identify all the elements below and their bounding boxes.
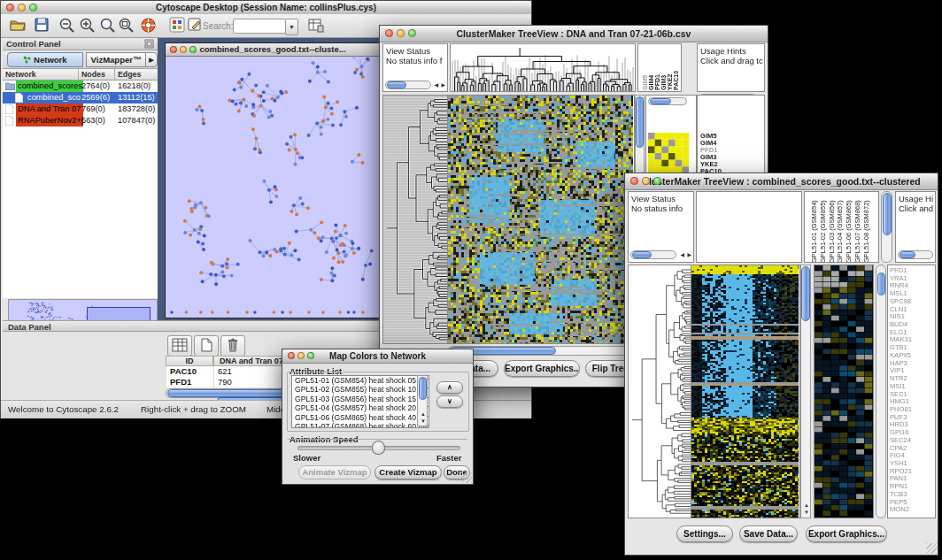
tv2-row-dendrogram[interactable]	[628, 265, 691, 518]
column-label[interactable]: PAC10	[673, 46, 679, 90]
search-dropdown-button[interactable]: ▼	[285, 19, 298, 35]
network-row-selected[interactable]: combined_sco 2569(6) 13112(15)	[3, 92, 158, 104]
move-down-button[interactable]: ∨	[436, 395, 463, 408]
column-label[interactable]: GPL51-07 (GSM868)	[853, 194, 862, 263]
zoom-button[interactable]	[408, 29, 416, 37]
close-button[interactable]	[288, 352, 295, 359]
data-col-id[interactable]: ID	[166, 356, 213, 366]
tv2-zoom-heatmap[interactable]	[814, 265, 874, 518]
attribute-item[interactable]: GPL51-03 (GSM856) heat shock 15 min	[292, 395, 429, 403]
column-label[interactable]: YKE2	[667, 46, 673, 90]
help-button[interactable]	[138, 17, 158, 35]
tab-network[interactable]: Network	[7, 52, 83, 67]
attribute-item[interactable]: GPL51-07 (GSM868) heat shock 60 min	[292, 422, 429, 428]
summary-hscrollbar[interactable]	[648, 97, 687, 105]
scrollbar-thumb[interactable]	[900, 251, 915, 258]
column-dendrogram-canvas[interactable]	[451, 44, 635, 91]
heatmap-canvas[interactable]	[691, 265, 799, 518]
new-attribute-button[interactable]	[194, 335, 219, 357]
tv2-gene-vscrollbar[interactable]	[876, 265, 886, 518]
attribute-list[interactable]: GPL51-01 (GSM854) heat shock 05 minGPL51…	[291, 375, 429, 428]
scrollbar-thumb[interactable]	[650, 98, 671, 104]
attribute-item[interactable]: GPL51-04 (GSM857) heat shock 20 min	[292, 403, 429, 412]
tab-overflow-button[interactable]: ▶	[145, 52, 158, 67]
scroll-left-icon[interactable]: ◀	[434, 81, 438, 88]
attribute-item[interactable]: GPL51-02 (GSM855) heat shock 10 min	[292, 385, 429, 394]
view-status-hscrollbar[interactable]	[385, 81, 431, 89]
scroll-right-icon[interactable]: ▶	[687, 251, 691, 258]
scroll-right-icon[interactable]: ▶	[441, 81, 445, 88]
zoom-button[interactable]	[29, 4, 37, 12]
column-label[interactable]: GIM5	[642, 46, 648, 90]
column-label[interactable]: GIM4	[648, 46, 654, 90]
vizmapper-quick-button[interactable]	[167, 17, 187, 35]
close-button[interactable]	[6, 4, 14, 12]
column-label[interactable]: GIM3	[660, 46, 667, 90]
tv2-column-dendrogram-area[interactable]	[696, 191, 802, 263]
column-label[interactable]: GPL51-02 (GSM855)	[819, 194, 828, 263]
zoom-out-button[interactable]	[57, 17, 76, 35]
column-label[interactable]: GPL51-08 (GSM872)	[862, 194, 871, 263]
scrollbar-thumb[interactable]	[636, 96, 644, 148]
open-session-button[interactable]	[8, 17, 27, 35]
col-header-nodes[interactable]: Nodes	[79, 69, 115, 81]
col-header-network[interactable]: Network	[3, 69, 79, 81]
move-up-button[interactable]: ∧	[436, 381, 463, 394]
col-header-edges[interactable]: Edges	[115, 69, 158, 81]
network-row-combined-scores[interactable]: combined_scores 2764(0) 16218(0)	[3, 81, 158, 92]
heatmap-canvas[interactable]	[448, 96, 633, 343]
tv1-hscrollbar[interactable]	[448, 346, 635, 356]
view-status-hscrollbar[interactable]	[630, 250, 676, 259]
zoom-in-button[interactable]	[77, 17, 97, 35]
scroll-left-icon[interactable]: ◀	[680, 251, 684, 258]
export-graphics-button[interactable]: Export Graphics...	[806, 525, 887, 542]
minimize-button[interactable]	[297, 352, 305, 359]
network-view-1-titlebar[interactable]: combined_scores_good.txt--cluste...	[166, 43, 380, 57]
export-graphics-button[interactable]: Export Graphics...	[504, 360, 580, 377]
tv1-column-dendrogram[interactable]	[450, 43, 636, 92]
scroll-up-icon[interactable]: ▲	[421, 410, 426, 418]
tv1-heatmap[interactable]	[448, 95, 635, 344]
column-label[interactable]: GPL51-06 (GSM865)	[845, 194, 853, 263]
treeview2-titlebar[interactable]: ClusterMaker TreeView : combined_scores_…	[625, 173, 938, 190]
scrollbar-thumb[interactable]	[877, 272, 885, 295]
minimize-button[interactable]	[397, 29, 405, 37]
attribute-editor-button[interactable]	[306, 17, 326, 35]
close-button[interactable]	[630, 177, 638, 185]
tv2-vscrollbar[interactable]: ▲ ▼	[800, 265, 811, 518]
save-data-button[interactable]: Save Data...	[739, 525, 798, 542]
delete-attribute-button[interactable]	[220, 335, 245, 357]
scrollbar-thumb[interactable]	[883, 193, 892, 235]
row-dendrogram-canvas[interactable]	[383, 96, 447, 343]
data-cell-id[interactable]: PAC10	[166, 366, 213, 377]
minimize-button[interactable]	[180, 46, 187, 53]
animation-slider-thumb[interactable]	[372, 441, 385, 455]
network-row-dna-tran[interactable]: DNA and Tran 07 769(0) 183728(0)	[3, 104, 158, 115]
row-dendrogram-canvas[interactable]	[629, 265, 691, 518]
close-button[interactable]	[385, 29, 393, 37]
attribute-item[interactable]: GPL51-06 (GSM865) heat shock 40 min	[292, 413, 429, 422]
float-panel-icon[interactable]	[144, 39, 154, 51]
scroll-up-icon[interactable]: ▲	[804, 502, 809, 509]
network-row-rnapuber[interactable]: RNAPuberNov2+| 563(0) 107847(0)	[3, 115, 158, 127]
attribute-list-vscrollbar[interactable]: ▲ ▼	[417, 375, 428, 426]
hints-hscrollbar[interactable]	[898, 250, 933, 259]
scrollbar-thumb[interactable]	[387, 81, 406, 88]
attribute-item[interactable]: GPL51-01 (GSM854) heat shock 05 min	[292, 376, 429, 385]
tv1-row-dendrogram[interactable]	[382, 95, 448, 344]
summary-matrix-canvas[interactable]	[648, 133, 689, 173]
dialog-titlebar[interactable]: Map Colors to Network	[282, 349, 473, 364]
zoom-heatmap-canvas[interactable]	[815, 265, 873, 518]
scrollbar-thumb[interactable]	[801, 266, 810, 321]
search-input[interactable]	[233, 19, 286, 34]
network-view-window-1[interactable]: combined_scores_good.txt--cluste...	[165, 42, 381, 318]
minimize-button[interactable]	[18, 4, 26, 12]
minimize-button[interactable]	[642, 177, 650, 185]
cytoscape-titlebar[interactable]: Cytoscape Desktop (Session Name: collins…	[1, 1, 531, 15]
save-session-button[interactable]	[32, 17, 51, 35]
zoom-button[interactable]	[653, 177, 661, 185]
select-attributes-button[interactable]	[167, 335, 192, 357]
settings-button[interactable]: Settings...	[676, 525, 733, 542]
gene-label[interactable]: MON2	[890, 506, 935, 514]
create-vizmap-button[interactable]: Create Vizmap	[374, 465, 442, 479]
